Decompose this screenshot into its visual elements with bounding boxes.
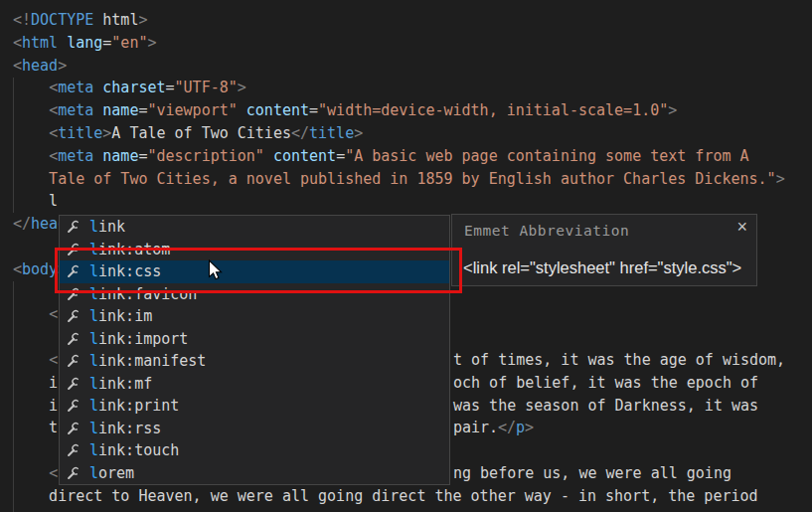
code-token: = [102,34,111,52]
code-token: "A basic web page containing some text f… [345,147,748,165]
code-token: < [49,101,58,119]
code-token: lang [67,34,102,52]
code-token: < [49,464,58,482]
code-token: pair. [453,417,498,439]
code-token: p [516,417,525,439]
code-token: > [238,79,246,96]
suggestion-label: orem [98,464,134,482]
code-line[interactable]: <meta name="viewport" content="width=dev… [13,99,785,122]
code-token: content [273,147,336,165]
code-line[interactable]: l [13,190,785,213]
suggestion-item-link[interactable]: link [60,216,449,239]
code-token: ng before us, we were all going [453,462,731,485]
wrench-icon [66,421,81,436]
wrench-icon [66,376,81,392]
indent-guide [13,78,14,213]
suggestion-label: ink:rss [98,420,161,437]
suggestion-item-link:mf[interactable]: link:mf [60,373,449,396]
code-token: "viewport" [147,101,237,119]
code-token: t of times, it was the age of wisdom, [453,349,785,372]
suggestion-match-text: l [89,330,98,348]
code-line[interactable]: <title>A Tale of Two Cities</title> [13,122,785,145]
code-token: = [309,101,318,119]
code-line[interactable]: Tale of Two Cities, a novel published in… [13,168,785,191]
suggestion-match-text: l [89,420,98,437]
code-token: A Tale of Two Cities [111,124,291,142]
suggestion-label: ink:import [98,330,188,348]
code-token: html [22,34,58,52]
code-token: "description" [147,147,263,165]
code-token: title [58,124,102,142]
code-token: < [13,260,22,278]
code-line[interactable]: <meta name="description" content="A basi… [13,145,785,168]
code-token: < [49,124,58,142]
suggestion-item-link:favicon[interactable]: link:favicon [60,283,449,306]
code-token: body [22,260,58,278]
code-line[interactable]: <head> [13,55,785,78]
wrench-icon [66,331,81,347]
suggestion-item-link:manifest[interactable]: link:manifest [60,350,449,373]
code-token [13,464,49,482]
code-line[interactable]: direct to Heaven, we were all going dire… [13,485,785,508]
code-token: > [138,11,147,29]
code-token: "width=device-width, initial-scale=1.0" [318,101,668,119]
suggestion-label: ink:mf [98,375,152,393]
code-token: </ [291,124,309,142]
suggestion-label: ink:touch [98,441,179,459]
wrench-icon [66,219,81,235]
code-token: och of belief, it was the epoch of [453,372,758,395]
code-token: t [13,419,58,436]
suggestion-match-text: l [89,352,98,370]
code-token: < [49,351,58,369]
wrench-icon [66,286,81,302]
code-token: = [336,147,345,165]
code-token: html [93,11,138,29]
code-line[interactable]: <html lang="en"> [13,32,785,55]
suggestion-item-link:css[interactable]: link:css [60,260,449,283]
wrench-icon [66,442,81,458]
suggestion-item-link:rss[interactable]: link:rss [60,418,449,440]
suggestion-item-lorem[interactable]: lorem [60,462,449,485]
code-token: < [49,147,58,165]
code-token [58,34,67,52]
code-token: charset [102,79,165,96]
code-token: "UTF-8" [175,79,238,96]
suggestion-item-link:import[interactable]: link:import [60,328,449,351]
suggestion-widget: linklink:atomlink:csslink:faviconlink:im… [59,215,450,485]
suggestion-item-link:im[interactable]: link:im [60,305,449,328]
suggestion-docs-panel: Emmet Abbreviation × <link rel="styleshe… [451,214,757,286]
code-token: > [147,34,156,52]
suggestion-match-text: l [89,397,98,415]
code-token: > [102,124,111,142]
suggestion-match-text: l [89,441,98,459]
code-token: > [58,57,67,75]
suggestion-item-link:atom[interactable]: link:atom [60,239,449,261]
abbreviation-preview: <link rel="stylesheet" href="style.css"> [463,258,741,277]
suggestion-match-text: l [89,241,98,258]
code-token [13,101,49,119]
code-token: i [13,397,58,415]
code-token: meta [58,147,93,165]
suggestion-item-link:print[interactable]: link:print [60,395,449,418]
code-token [238,101,246,119]
code-token [13,351,49,369]
suggestion-match-text: l [89,464,98,482]
code-token: "en" [111,34,147,52]
docs-panel-title: Emmet Abbreviation [464,223,629,239]
code-line[interactable]: <meta charset="UTF-8"> [13,77,785,99]
code-token [93,147,102,165]
code-line[interactable]: <!DOCTYPE html> [13,9,785,32]
indent-guide [13,281,14,512]
suggestion-label: ink:css [98,262,161,280]
code-token: direct to Heaven, we were all going dire… [13,487,758,505]
code-token: <! [13,11,31,29]
code-token: < [49,305,58,323]
code-token: name [102,147,138,165]
close-icon[interactable]: × [736,217,747,238]
code-token [93,101,102,119]
code-token: name [102,101,138,119]
code-token: head [22,57,58,75]
code-token: > [776,170,785,188]
suggestion-item-link:touch[interactable]: link:touch [60,439,449,462]
suggestion-match-text: l [89,375,98,393]
